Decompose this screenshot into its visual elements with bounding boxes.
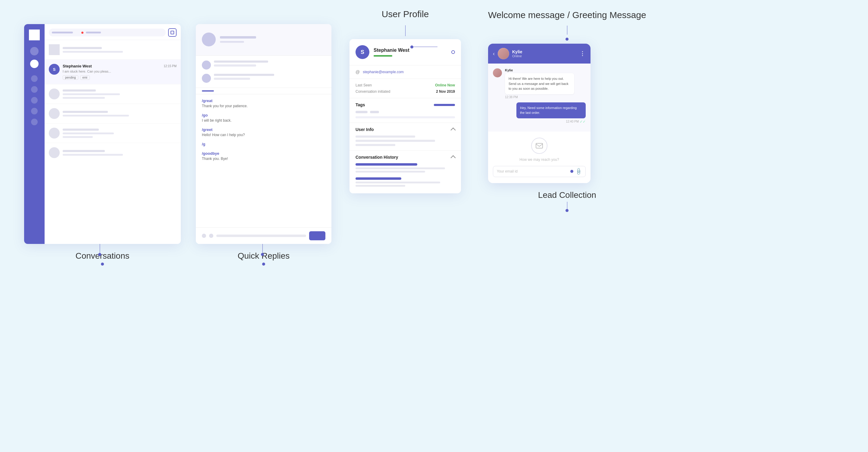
qr-name-line (220, 36, 256, 38)
qr-msg-avatar-2 (202, 74, 211, 83)
placeholder-msg (63, 51, 123, 53)
hist-bar-1 (355, 163, 417, 166)
qr-msg-lines-1 (214, 61, 326, 70)
qr-input-line[interactable] (216, 234, 306, 237)
user-info-title-row: User Info (355, 127, 455, 132)
at-icon: @ (355, 70, 360, 74)
qr-shortcut-greet: /greet (202, 127, 326, 132)
placeholder-name (63, 47, 102, 49)
nav-icon-4[interactable] (31, 97, 38, 104)
profile-header: S Stephanie West (349, 39, 461, 65)
welcome-label-connector (488, 26, 646, 35)
welcome-back-button[interactable]: ‹ (493, 51, 495, 57)
qr-send-button[interactable] (309, 231, 326, 240)
quick-replies-connector (196, 263, 332, 266)
stephanie-tags: pending emi (63, 75, 177, 80)
profile-label-line (405, 25, 406, 36)
qr-highlight-bar (202, 90, 214, 92)
user-profile-section: User Profile S Stephanie West @ step (349, 9, 461, 193)
hist-line-1a (355, 167, 445, 169)
qr-agent-avatar (202, 33, 216, 46)
qr-reply-greet[interactable]: /greet Hello! How can I help you? (202, 127, 326, 137)
quick-replies-section: /great Thank you for your patience. /go … (196, 24, 332, 266)
qr-msg-line-1b (214, 64, 256, 67)
attach-icon[interactable]: 📎 (575, 167, 583, 175)
tag-emi: emi (80, 75, 90, 80)
qr-text-go: I will be right back. (202, 118, 326, 123)
ph-msg-4 (63, 115, 129, 117)
email-input-dot (570, 170, 574, 173)
qr-header-row (202, 33, 326, 46)
compose-button[interactable] (168, 28, 177, 37)
tags-row (355, 111, 455, 113)
welcome-message-section: Welcome message / Greeting Message ‹ Kyl… (488, 9, 646, 212)
tag-pending: pending (63, 75, 78, 80)
conv-hist-item-1 (355, 163, 455, 172)
qr-shortcut-goodbye: /goodbye (202, 151, 326, 156)
stephanie-name: Stephanie West (63, 64, 92, 68)
agent-msg-content: Kylie Hi there! We are here to help you … (505, 68, 574, 99)
conv-hist-item-2 (355, 177, 455, 187)
conversations-connector (24, 263, 181, 266)
lead-collection-dot (565, 209, 568, 212)
search-placeholder-line (52, 32, 73, 33)
nav-icon-active[interactable] (30, 60, 38, 68)
qr-top-area (196, 24, 332, 56)
reach-you-text: How we may reach you? (519, 158, 559, 162)
conv-item-stephanie[interactable]: S Stephanie West 12:15 PM I am stuck her… (44, 60, 181, 84)
profile-info: Stephanie West (374, 47, 447, 57)
profile-options-dot[interactable] (451, 50, 455, 54)
qr-reply-g[interactable]: /g (202, 142, 326, 147)
conversations-bottom-connector (98, 244, 101, 256)
qr-reply-go[interactable]: /go I will be right back. (202, 113, 326, 123)
qr-reply-goodbye[interactable]: /goodbye Thank you. Bye! (202, 151, 326, 161)
nav-icon-1[interactable] (30, 47, 38, 56)
tag-1 (355, 111, 368, 113)
conv-history-title-row: Conversation History (355, 155, 455, 160)
nav-icon-5[interactable] (31, 108, 38, 115)
search-bar[interactable] (49, 29, 166, 36)
add-tag-btn-placeholder[interactable] (434, 104, 455, 106)
connector-dot-conversations (101, 263, 104, 266)
conv-item-3[interactable] (44, 84, 181, 104)
connector-dot-qr (262, 263, 265, 266)
qr-msg-line-1a (214, 61, 268, 63)
welcome-agent-avatar (498, 48, 509, 59)
hist-line-2a (355, 182, 440, 183)
conversations-window: S Stephanie West 12:15 PM I am stuck her… (24, 24, 181, 244)
qr-reply-great[interactable]: /great Thank you for your patience. (202, 98, 326, 108)
profile-avatar: S (355, 45, 369, 59)
qr-dot-1 (202, 234, 206, 238)
conv-item-5[interactable] (44, 124, 181, 143)
ph-msg-5b (63, 136, 93, 138)
qr-bottom-connector (261, 244, 264, 256)
conv-item-4[interactable] (44, 104, 181, 124)
conversations-header (44, 24, 181, 40)
profile-label-connector (349, 25, 461, 36)
email-input[interactable]: Your email id (497, 169, 568, 173)
conv-history-title: Conversation History (355, 155, 398, 160)
last-seen-row: Last Seen Online Now (355, 83, 455, 87)
nav-icon-6[interactable] (31, 119, 38, 125)
welcome-menu-button[interactable]: ⋮ (580, 50, 586, 57)
email-input-row[interactable]: Your email id 📎 (493, 166, 586, 177)
nav-icon-2[interactable] (31, 75, 38, 82)
nav-icon-3[interactable] (31, 86, 38, 93)
qr-replies-list: /great Thank you for your patience. /go … (196, 94, 332, 227)
ph-name-6 (63, 150, 105, 152)
hist-line-1b (355, 171, 425, 172)
content-ph-6 (63, 150, 177, 156)
qr-dot-2 (209, 234, 213, 238)
lead-collection-label: Lead Collection (488, 190, 646, 200)
conv-item-1[interactable] (44, 40, 181, 60)
conv-item-6[interactable] (44, 143, 181, 162)
welcome-agent-status: Online (512, 54, 577, 58)
tag-2 (370, 111, 379, 113)
qr-text-great: Thank you for your patience. (202, 104, 326, 108)
user-msg-time: 12:40 PM (566, 120, 579, 123)
sidebar-nav (24, 24, 44, 244)
qr-header-lines (220, 36, 326, 43)
lead-collection-line (567, 202, 567, 209)
stephanie-message: I am stuck here. Can you pleas... (63, 70, 177, 73)
tags-placeholder-line (355, 116, 455, 118)
